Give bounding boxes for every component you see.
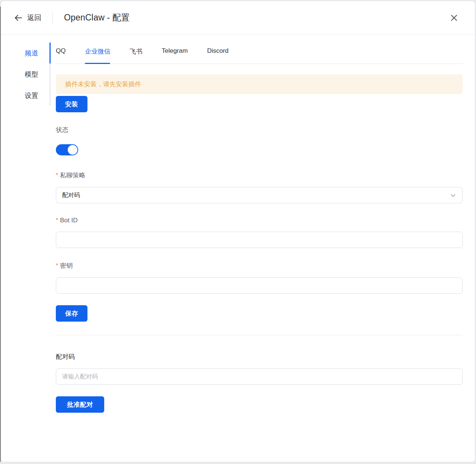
sidebar: 频道 模型 设置 [1, 35, 51, 462]
close-button[interactable] [449, 13, 459, 23]
bot-id-input[interactable] [56, 232, 463, 248]
strategy-select-value: 配对码 [62, 191, 80, 199]
tab-qq[interactable]: QQ [56, 47, 66, 64]
secret-label: * 密钥 [56, 261, 463, 270]
approve-pairing-button[interactable]: 批准配对 [56, 396, 104, 413]
install-button[interactable]: 安装 [56, 96, 87, 112]
sidebar-active-indicator [49, 42, 51, 64]
close-icon [450, 13, 459, 22]
plugin-warning-banner: 插件未安装，请先安装插件 [56, 74, 463, 94]
chevron-down-icon [450, 192, 456, 199]
pairing-code-input[interactable] [56, 368, 463, 385]
section-divider [56, 335, 463, 335]
secret-input[interactable] [56, 277, 463, 294]
pairing-code-label: 配对码 [56, 352, 463, 361]
status-toggle[interactable] [56, 144, 78, 155]
channel-config-panel: QQ 企业微信 飞书 Telegram Discord 插件未安装，请先安装插件… [51, 35, 475, 462]
tab-feishu[interactable]: 飞书 [130, 47, 142, 64]
back-label: 返回 [27, 13, 41, 23]
back-arrow-icon [14, 13, 23, 22]
tab-wecom[interactable]: 企业微信 [85, 47, 110, 64]
config-dialog: 返回 OpenClaw - 配置 频道 模型 设置 QQ 企业微信 飞书 Tel… [1, 1, 475, 462]
dialog-header: 返回 OpenClaw - 配置 [1, 1, 475, 35]
bot-id-label: * Bot ID [56, 217, 463, 224]
required-asterisk: * [56, 262, 58, 269]
bot-id-label-text: Bot ID [60, 217, 77, 224]
sidebar-item-models[interactable]: 模型 [1, 64, 51, 85]
channel-tabs-bar: QQ 企业微信 飞书 Telegram Discord [56, 47, 463, 64]
strategy-label-text: 私聊策略 [60, 171, 85, 180]
sidebar-item-channels[interactable]: 频道 [1, 42, 51, 64]
sidebar-item-settings[interactable]: 设置 [1, 85, 51, 106]
tab-discord[interactable]: Discord [207, 47, 229, 64]
header-divider [52, 12, 53, 23]
dialog-body: 频道 模型 设置 QQ 企业微信 飞书 Telegram Discord 插件未… [1, 35, 475, 462]
tab-telegram[interactable]: Telegram [162, 47, 188, 64]
required-asterisk: * [56, 217, 58, 224]
strategy-select[interactable]: 配对码 [56, 187, 463, 203]
strategy-label: * 私聊策略 [56, 171, 463, 180]
plugin-warning-text: 插件未安装，请先安装插件 [65, 80, 141, 88]
required-asterisk: * [56, 172, 58, 179]
save-button[interactable]: 保存 [56, 305, 87, 322]
toggle-knob [68, 145, 77, 155]
secret-label-text: 密钥 [60, 261, 73, 270]
back-button[interactable]: 返回 [14, 13, 41, 23]
page-title: OpenClaw - 配置 [64, 12, 130, 23]
status-label: 状态 [56, 126, 463, 134]
